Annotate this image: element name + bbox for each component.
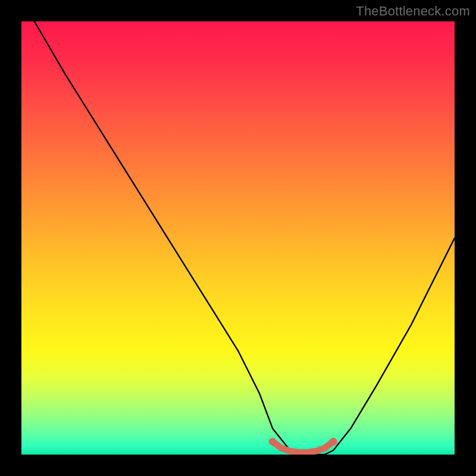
chart-svg [21, 21, 455, 455]
valley-marker-right [330, 438, 337, 446]
watermark-text: TheBottleneck.com [356, 4, 470, 19]
bottleneck-curve-path [35, 21, 455, 455]
valley-marker-left [269, 438, 277, 446]
chart-stage: TheBottleneck.com [0, 0, 476, 476]
plot-area [21, 21, 455, 455]
valley-highlight-path [273, 441, 333, 452]
